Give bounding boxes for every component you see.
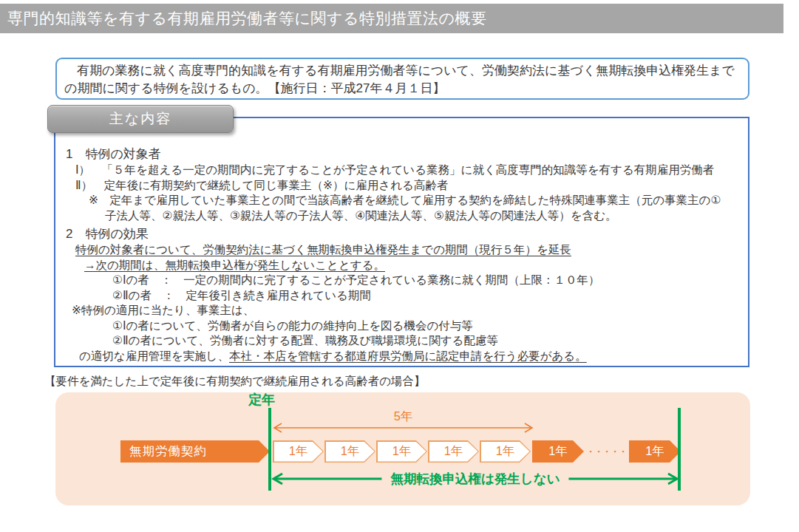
section2-heading: 2 特例の効果 <box>66 225 738 242</box>
content-line: ②Ⅱの者 ： 定年後引き続き雇用されている期間 <box>112 288 738 304</box>
indefinite-contract-arrow: 無期労働契約 <box>120 440 270 463</box>
content-line: ②Ⅱの者について、労働者に対する配置、職務及び職場環境に関する配慮等 <box>112 333 738 349</box>
ellipsis-dots: ・・・・・ <box>585 440 628 463</box>
year-chevron-label: 1年 <box>378 442 426 462</box>
page-title: 専門的知識等を有する有期雇用労働者等に関する特別措置法の概要 <box>0 4 783 33</box>
content-line: ①Ⅰの者について、労働者が自らの能力の維持向上を図る機会の付与等 <box>112 318 738 334</box>
main-contents-button: 主な内容 <box>47 105 234 133</box>
content-line: ※ 定年まで雇用していた事業主との間で当該高齢者を継続して雇用する契約を締結した… <box>89 193 738 208</box>
year-chevron-label: 1年 <box>481 442 530 462</box>
content-line: 特例の対象者について、労働契約法に基づく無期転換申込権発生までの期間（現行５年）… <box>75 242 738 258</box>
content-line-prefix: の適切な雇用管理を実施し、 <box>79 349 229 362</box>
no-conversion-span-arrow: 無期転換申込権は発生しない <box>271 471 680 486</box>
slide-page: 専門的知識等を有する有期雇用労働者等に関する特別措置法の概要 有期の業務に就く高… <box>0 0 799 532</box>
content-line: 子法人等、②親法人等、③親法人等の子法人等、④関連法人等、⑤親法人等の関連法人等… <box>105 208 738 224</box>
content-line: Ⅰ） 「５年を超える一定の期間内に完了することが予定されている業務」に就く高度専… <box>75 163 738 178</box>
year-chevron-label: 1年 <box>326 442 375 462</box>
year-chevron-label: 1年 <box>274 442 323 462</box>
year-chevron-solid: 1年 <box>629 440 681 463</box>
content-line: Ⅱ） 定年後に有期契約で継続して同じ事業主（※）に雇用される高齢者 <box>75 178 738 194</box>
content-line-underlined: 本社・本店を管轄する都道府県労働局に認定申請を行う必要がある。 <box>229 349 587 362</box>
content-line: ①Ⅰの者 ： 一定の期間内に完了することが予定されている業務に就く期間（上限：１… <box>112 273 738 288</box>
retirement-age-label: 定年 <box>248 391 293 409</box>
year-chevron-solid: 1年 <box>532 440 584 463</box>
intro-summary-box: 有期の業務に就く高度専門的知識を有する有期雇用労働者等について、労働契約法に基づ… <box>55 58 749 100</box>
diagram-caption: 【要件を満たした上で定年後に有期契約で継続雇用される高齢者の場合】 <box>44 374 426 389</box>
content-line: の適切な雇用管理を実施し、本社・本店を管轄する都道府県労働局に認定申請を行う必要… <box>79 349 738 364</box>
year-chevron-label: 1年 <box>429 442 478 462</box>
main-contents-box: 1 特例の対象者 Ⅰ） 「５年を超える一定の期間内に完了することが予定されている… <box>54 117 749 367</box>
no-conversion-label: 無期転換申込権は発生しない <box>381 470 568 488</box>
content-line: ※特例の適用に当たり、事業主は、 <box>72 303 738 318</box>
five-year-span-arrow <box>272 422 534 434</box>
section1-heading: 1 特例の対象者 <box>66 146 738 163</box>
intro-summary-text: 有期の業務に就く高度専門的知識を有する有期雇用労働者等について、労働契約法に基づ… <box>64 64 735 95</box>
content-line: →次の期間は、無期転換申込権が発生しないこととする。 <box>84 258 738 273</box>
